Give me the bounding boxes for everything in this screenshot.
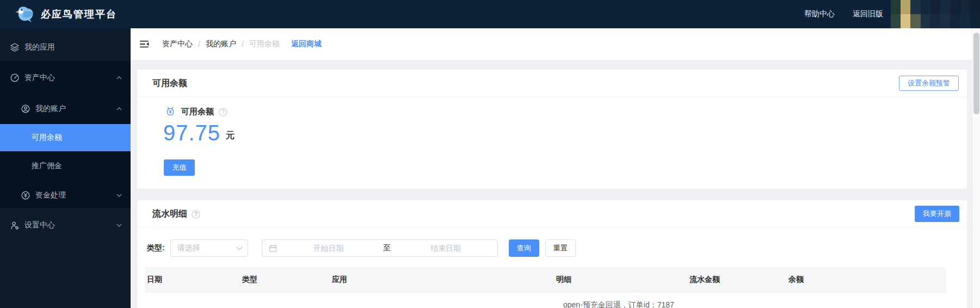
recharge-button[interactable]: 充值 [164,159,195,176]
sidebar-item-settings-center[interactable]: 设置中心 [0,212,131,239]
svg-text:?: ? [194,211,198,217]
column-header-type: 类型 [242,275,257,285]
flow-card-title: 流水明细 [152,200,187,227]
sidebar-item-label: 可用余额 [32,133,62,143]
column-header-detail: 明细 [556,275,571,285]
chevron-down-icon [116,224,122,227]
question-circle-icon[interactable]: ? [219,108,227,116]
svg-text:?: ? [221,109,225,115]
topbar-links: 帮助中心 返回旧版 [804,0,883,28]
sidebar-item-available-balance[interactable]: 可用余额 [0,124,131,151]
help-center-link[interactable]: 帮助中心 [804,9,835,19]
flow-table: 日期 类型 应用 明细 流水金额 余额 open-预充金回退，订单id：7187 [145,267,946,308]
sidebar-item-fund-processing[interactable]: 资金处理 [0,182,131,209]
user-circle-icon [21,104,30,114]
breadcrumb: 资产中心 / 我的账户 / 可用余额 [162,39,280,49]
flow-table-header: 日期 类型 应用 明细 流水金额 余额 [145,267,946,292]
sidebar-item-label: 我的账户 [35,104,66,114]
money-bag-icon [164,106,176,118]
balance-card-title: 可用余额 [152,70,187,97]
question-circle-icon[interactable]: ? [192,210,200,219]
back-to-mall-link[interactable]: 返回商城 [291,39,322,49]
column-header-amount: 流水金额 [689,275,720,285]
chevron-down-icon [116,194,122,197]
breadcrumb-item-asset-center[interactable]: 资产中心 [162,39,193,49]
sidebar-item-label: 资产中心 [24,73,55,83]
request-invoice-button[interactable]: 我要开票 [915,206,959,222]
brand: 必应鸟管理平台 [14,0,117,28]
column-header-balance: 余额 [788,275,804,285]
yen-circle-icon [21,190,30,200]
scrollbar-thumb[interactable] [973,33,979,114]
balance-label: 可用余额 [181,107,214,117]
chevron-down-icon [236,247,243,251]
set-balance-alert-button[interactable]: 设置余额预警 [899,76,959,91]
topbar: 必应鸟管理平台 帮助中心 返回旧版 [0,0,980,28]
balance-amount: 97.75 [163,121,220,145]
balance-label-row: 可用余额 ? [164,106,227,118]
brand-title: 必应鸟管理平台 [41,8,117,21]
bird-logo-icon [14,5,35,23]
menu-fold-icon[interactable] [139,39,150,50]
search-button[interactable]: 查询 [509,239,539,257]
type-select[interactable]: 请选择 [170,239,248,257]
sidebar-item-asset-center[interactable]: 资产中心 [0,64,131,91]
flow-filter-row: 类型: 请选择 至 查询 重置 [147,239,576,257]
column-header-date: 日期 [147,275,162,285]
date-range-picker[interactable]: 至 [262,239,498,257]
layers-icon [10,42,20,52]
breadcrumb-bar: 资产中心 / 我的账户 / 可用余额 返回商城 [131,28,980,60]
vertical-scrollbar [972,28,980,308]
breadcrumb-item-current: 可用余额 [249,39,280,49]
available-balance-card: 可用余额 设置余额预警 可用余额 ? 97.75 元 充值 [137,70,967,189]
sidebar-item-my-account[interactable]: 我的账户 [0,95,131,122]
type-filter-label: 类型: [147,243,165,253]
app-window: 必应鸟管理平台 帮助中心 返回旧版 我的应用 [0,0,980,308]
sidebar-item-label: 设置中心 [24,220,55,230]
start-date-input[interactable] [277,244,380,252]
reset-button[interactable]: 重置 [545,239,576,257]
sidebar-item-my-apps[interactable]: 我的应用 [0,34,131,61]
sidebar-item-label: 我的应用 [24,42,55,52]
row-detail-cell: open-预充金回退，订单id：7187 [563,300,674,308]
breadcrumb-separator: / [198,40,200,48]
chevron-up-icon [116,107,122,110]
date-range-separator: 至 [380,243,394,253]
balance-card-header: 可用余额 [137,70,967,97]
sidebar: 我的应用 资产中心 我的账户 可用 [0,28,131,308]
flow-detail-card: 流水明细 ? 我要开票 类型: 请选择 [137,200,967,308]
type-select-placeholder: 请选择 [177,243,200,253]
gauge-icon [10,73,20,83]
back-to-legacy-link[interactable]: 返回旧版 [853,9,883,19]
balance-currency-unit: 元 [226,130,235,145]
column-header-app: 应用 [332,275,347,285]
flow-card-header: 流水明细 ? [137,200,967,227]
breadcrumb-separator: / [242,40,244,48]
end-date-input[interactable] [394,244,497,252]
calendar-icon [269,244,277,252]
sidebar-item-label: 推广佣金 [32,161,62,171]
sidebar-item-label: 资金处理 [35,190,66,200]
redacted-user-info [891,0,980,28]
user-gear-icon [10,220,20,230]
balance-amount-row: 97.75 元 [163,121,235,145]
chevron-up-icon [116,76,122,79]
table-row: open-预充金回退，订单id：7187 [145,292,946,308]
sidebar-item-promo-commission[interactable]: 推广佣金 [0,152,131,180]
breadcrumb-item-my-account[interactable]: 我的账户 [206,39,236,49]
